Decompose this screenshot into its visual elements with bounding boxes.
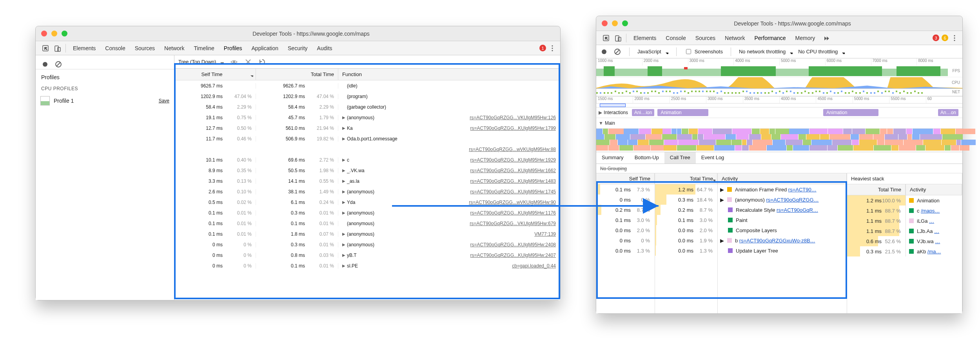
activity-row[interactable]: ▶(anonymous) rs=ACT90oGqRZGG…	[718, 195, 847, 205]
device-icon[interactable]	[612, 34, 624, 42]
more-icon[interactable]	[548, 44, 556, 52]
table-row[interactable]: 12.7 ms0.50 %561.0 ms21.94 %▶Kars=ACT90o…	[174, 123, 560, 133]
tab-network[interactable]: Network	[160, 43, 189, 54]
col-total-time[interactable]: Total Time	[256, 69, 338, 80]
clear-icon[interactable]	[613, 48, 621, 56]
activity-row[interactable]: LJb.Aa …	[906, 226, 962, 236]
source-link[interactable]: rs=ACT90oGqRZGG...KUlgM95Hw:1176	[466, 210, 556, 216]
source-link[interactable]: cb=gapi.loaded_0:44	[507, 263, 556, 269]
subtab-event-log[interactable]: Event Log	[696, 152, 730, 164]
range-selector[interactable]	[596, 104, 962, 107]
source-link[interactable]: rs=ACT90oGqRZGG...VKUlgM95Hw:126	[465, 115, 556, 120]
subtab-bottom-up[interactable]: Bottom-Up	[629, 152, 664, 164]
col-total[interactable]: Total Time	[878, 187, 901, 193]
inspect-icon[interactable]	[40, 44, 51, 52]
error-badge[interactable]: 1	[539, 45, 546, 51]
activity-row[interactable]: Recalculate Style rs=ACT90oGqR…	[718, 205, 847, 215]
col-total[interactable]: Total Time	[690, 176, 713, 182]
tab-elements[interactable]: Elements	[68, 43, 100, 54]
save-link[interactable]: Save	[159, 98, 169, 104]
activity-row[interactable]: c /maps…	[906, 206, 962, 216]
col-activity[interactable]: Activity	[722, 176, 738, 182]
error-badge[interactable]: 3	[933, 35, 939, 41]
delete-icon[interactable]	[244, 58, 252, 66]
table-row[interactable]: 0 ms0 %0.3 ms0.01 %▶(anonymous)rs=ACT90o…	[174, 239, 560, 250]
table-row[interactable]: 10.1 ms0.40 %69.6 ms2.72 %▶crs=ACT90oGqR…	[174, 155, 560, 165]
activity-row[interactable]: VJb.wa …	[906, 236, 962, 246]
table-row[interactable]: 1202.9 ms47.04 %1202.9 ms47.04 %(program…	[174, 91, 560, 102]
more-icon[interactable]	[951, 34, 958, 42]
activity-row[interactable]: Composite Layers	[718, 225, 847, 235]
tab-memory[interactable]: Memory	[791, 33, 820, 44]
fps-lane[interactable]: FPS	[596, 65, 962, 77]
source-link[interactable]: rs=ACT90oGqRZGG...KUlgM95Hw:2407	[466, 253, 556, 258]
tab-application[interactable]: Application	[247, 43, 283, 54]
source-link[interactable]: rs=ACT90oGqRZGG...KUlgM95Hw:2408	[466, 242, 556, 247]
table-row[interactable]: 0 ms0 %0.8 ms0.03 %▶yB.Trs=ACT90oGqRZGG.…	[174, 250, 560, 260]
tab-security[interactable]: Security	[283, 43, 312, 54]
source-link[interactable]: rs=ACT90oGqRZGG...KUlgM95Hw:1929	[466, 157, 556, 163]
device-icon[interactable]	[51, 44, 63, 52]
table-row[interactable]: 9626.7 ms9626.7 ms(idle)	[174, 80, 560, 91]
source-link[interactable]: rs=ACT90oGqRZGG...KUlgM95Hw:1745	[466, 189, 556, 195]
table-row[interactable]: 0.1 ms0.01 %0.3 ms0.01 %▶(anonymous)rs=A…	[174, 207, 560, 218]
clear-icon[interactable]	[54, 60, 62, 68]
table-row[interactable]: 11.7 ms0.46 %506.9 ms19.82 %▶Oda.b.port1…	[174, 133, 560, 144]
activity-row[interactable]: iLGa …	[906, 216, 962, 226]
table-row[interactable]: 8.9 ms0.35 %50.5 ms1.98 %▶_.VK.wars=ACT9…	[174, 165, 560, 176]
activity-row[interactable]: ▶b rs=ACT90oGqRZGGxuWo-z8B…	[718, 235, 847, 246]
activity-row[interactable]: Paint	[718, 215, 847, 225]
grouping-select[interactable]: No Grouping	[600, 166, 627, 171]
table-row[interactable]: 3.3 ms0.13 %14.1 ms0.55 %▶_as.lars=ACT90…	[174, 176, 560, 186]
activity-row[interactable]: Animation	[906, 195, 962, 206]
tab-console[interactable]: Console	[661, 33, 690, 44]
tab-console[interactable]: Console	[100, 43, 130, 54]
activity-row[interactable]: ▶Animation Frame Fired rs=ACT90…	[718, 184, 847, 195]
minimize-icon[interactable]	[51, 31, 57, 36]
col-self-time[interactable]: Self Time	[174, 69, 256, 80]
profile-item[interactable]: Profile 1 Save	[36, 94, 174, 108]
subtab-summary[interactable]: Summary	[596, 152, 629, 164]
table-row[interactable]: 0 ms0 %0.1 ms0.01 %▶sl.PEcb=gapi.loaded_…	[174, 260, 560, 271]
source-link[interactable]: rs=ACT90oGqRZGG...wVKUlgM95Hw:88	[464, 147, 556, 152]
screenshots-toggle[interactable]: Screenshots	[684, 48, 723, 55]
tab-timeline[interactable]: Timeline	[189, 43, 219, 54]
record-icon[interactable]	[600, 48, 608, 56]
col-self[interactable]: Self Time	[629, 176, 650, 182]
table-row[interactable]: 0.5 ms0.02 %6.1 ms0.24 %▶Ydars=ACT90oGqR…	[174, 197, 560, 207]
cpu-throttle-select[interactable]: No CPU throttling	[798, 49, 845, 55]
tab-sources[interactable]: Sources	[130, 43, 160, 54]
overflow-icon[interactable]	[822, 35, 829, 42]
table-row[interactable]: rs=ACT90oGqRZGG...wVKUlgM95Hw:88	[174, 144, 560, 155]
tab-performance[interactable]: Performance	[750, 33, 790, 44]
close-icon[interactable]	[41, 31, 47, 36]
source-link[interactable]: rs=ACT90oGqRZGG...KUlgM95Hw:1483	[466, 178, 556, 184]
source-link[interactable]: rs=ACT90oGqRZGG...KUlgM95Hw:1799	[466, 125, 556, 131]
subtab-call-tree[interactable]: Call Tree	[664, 152, 696, 164]
tab-sources[interactable]: Sources	[691, 33, 720, 44]
tab-audits[interactable]: Audits	[312, 43, 337, 54]
source-link[interactable]: rs=ACT90oGqRZGG...wVKUlgM95Hw:90	[464, 200, 556, 205]
view-mode-select[interactable]: Tree (Top Down)	[178, 59, 224, 65]
col-activity[interactable]: Activity	[910, 187, 926, 193]
cpu-lane[interactable]: CPU	[596, 77, 962, 89]
main-track-header[interactable]: ▼ Main	[596, 118, 962, 129]
table-row[interactable]: 2.6 ms0.10 %38.1 ms1.49 %▶(anonymous)rs=…	[174, 186, 560, 197]
minimize-icon[interactable]	[612, 20, 618, 26]
warn-badge[interactable]: 6	[942, 35, 948, 41]
language-select[interactable]: JavaScript	[637, 49, 668, 55]
close-icon[interactable]	[602, 20, 608, 26]
activity-row[interactable]: Update Layer Tree	[718, 246, 847, 256]
tab-network[interactable]: Network	[720, 33, 750, 44]
tab-elements[interactable]: Elements	[629, 33, 661, 44]
net-lane[interactable]: NET	[596, 89, 962, 96]
tab-profiles[interactable]: Profiles	[219, 43, 247, 54]
source-link[interactable]: rs=ACT90oGqRZGG...VKUlgM95Hw:679	[465, 221, 556, 226]
flame-chart[interactable]	[596, 129, 962, 152]
record-icon[interactable]	[41, 60, 49, 68]
source-link[interactable]: rs=ACT90oGqRZGG...KUlgM95Hw:1662	[466, 168, 556, 173]
table-row[interactable]: 0.1 ms0.01 %1.8 ms0.07 %▶(anonymous)VM77…	[174, 229, 560, 239]
source-link[interactable]: VM77:139	[530, 231, 556, 237]
reload-icon[interactable]	[258, 58, 266, 66]
inspect-icon[interactable]	[600, 34, 612, 42]
